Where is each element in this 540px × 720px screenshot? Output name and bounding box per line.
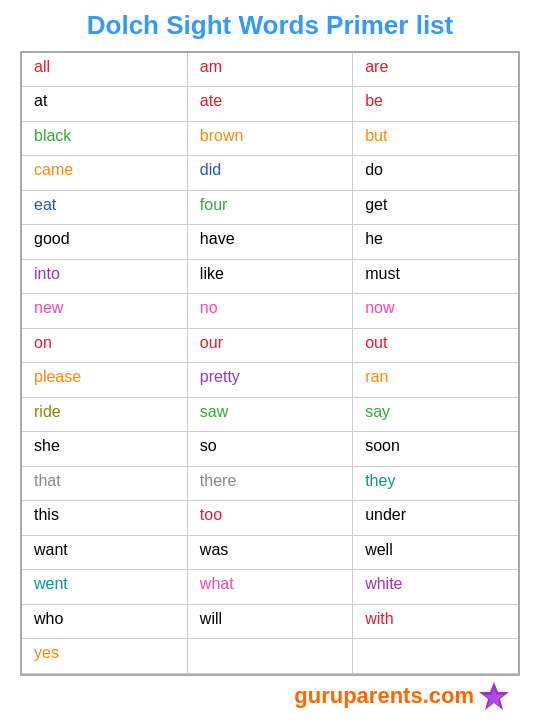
list-item: are <box>353 53 518 87</box>
list-item: what <box>187 570 352 605</box>
list-item: with <box>353 604 518 639</box>
list-item: please <box>22 363 187 398</box>
list-item: no <box>187 294 352 329</box>
list-item: at <box>22 87 187 122</box>
list-item: too <box>187 501 352 536</box>
list-item: went <box>22 570 187 605</box>
list-item: must <box>353 259 518 294</box>
list-item: that <box>22 466 187 501</box>
list-item: am <box>187 53 352 87</box>
list-item: do <box>353 156 518 191</box>
list-item: have <box>187 225 352 260</box>
list-item: on <box>22 328 187 363</box>
list-item: who <box>22 604 187 639</box>
list-item: four <box>187 190 352 225</box>
list-item: there <box>187 466 352 501</box>
page: Dolch Sight Words Primer list allamareat… <box>0 0 540 720</box>
list-item: will <box>187 604 352 639</box>
list-item: ride <box>22 397 187 432</box>
list-item: good <box>22 225 187 260</box>
word-table: allamareatatebeblackbrownbutcamediddoeat… <box>22 53 518 674</box>
list-item: so <box>187 432 352 467</box>
list-item: be <box>353 87 518 122</box>
list-item: white <box>353 570 518 605</box>
list-item: like <box>187 259 352 294</box>
list-item: did <box>187 156 352 191</box>
list-item: she <box>22 432 187 467</box>
list-item: our <box>187 328 352 363</box>
list-item: was <box>187 535 352 570</box>
page-title: Dolch Sight Words Primer list <box>87 10 453 41</box>
list-item: saw <box>187 397 352 432</box>
list-item: now <box>353 294 518 329</box>
footer: guruparents.com <box>20 676 520 712</box>
star-icon <box>478 680 510 712</box>
list-item: black <box>22 121 187 156</box>
list-item: came <box>22 156 187 191</box>
list-item: soon <box>353 432 518 467</box>
list-item: under <box>353 501 518 536</box>
list-item: well <box>353 535 518 570</box>
list-item: eat <box>22 190 187 225</box>
list-item: say <box>353 397 518 432</box>
list-item: get <box>353 190 518 225</box>
word-table-container: allamareatatebeblackbrownbutcamediddoeat… <box>20 51 520 676</box>
list-item: into <box>22 259 187 294</box>
list-item: ran <box>353 363 518 398</box>
list-item: they <box>353 466 518 501</box>
list-item: but <box>353 121 518 156</box>
list-item: ate <box>187 87 352 122</box>
list-item: new <box>22 294 187 329</box>
list-item: pretty <box>187 363 352 398</box>
list-item: he <box>353 225 518 260</box>
list-item: brown <box>187 121 352 156</box>
list-item: this <box>22 501 187 536</box>
list-item: out <box>353 328 518 363</box>
list-item: all <box>22 53 187 87</box>
footer-text: guruparents.com <box>294 683 474 709</box>
list-item: want <box>22 535 187 570</box>
list-item: yes <box>22 639 187 674</box>
